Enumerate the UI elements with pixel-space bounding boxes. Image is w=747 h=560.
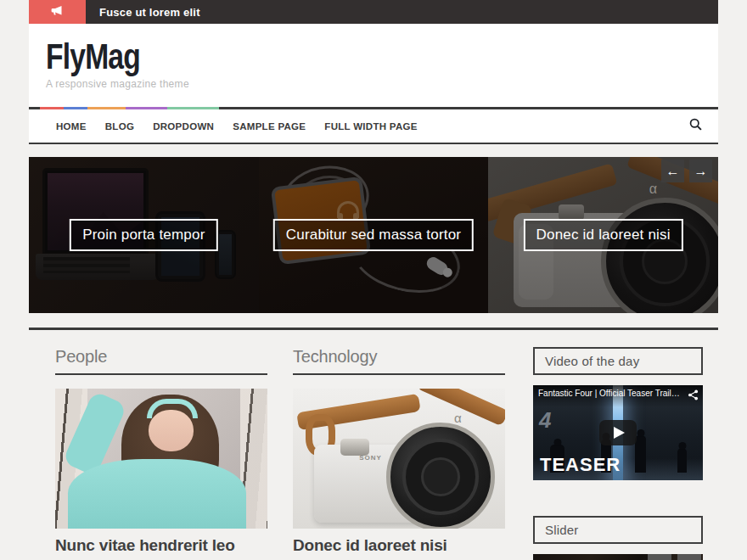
- megaphone-button[interactable]: [29, 0, 86, 24]
- video-overlay-text: TEASER: [540, 454, 621, 476]
- sidebar-slider-prev-button[interactable]: ←: [648, 554, 671, 560]
- front-page-sections: People Nunc vitae hendrerit leo February…: [29, 347, 505, 560]
- camera-lens-illustration: [386, 423, 495, 529]
- alpha-mark: α: [454, 411, 462, 425]
- nav-item-blog[interactable]: BLOG: [96, 121, 143, 132]
- site-header: FlyMag A responsive magazine theme: [29, 24, 718, 107]
- earbud-illustration: [424, 255, 450, 277]
- nav-colored-border: [29, 107, 718, 109]
- sidebar-slider-next-button[interactable]: →: [677, 554, 701, 560]
- fantastic-four-logo: 4: [539, 407, 551, 434]
- widget-title-slider: Slider: [533, 516, 703, 544]
- nav-item-dropdown[interactable]: DROPDOWN: [143, 121, 223, 132]
- camera-strap-illustration: [488, 164, 617, 223]
- search-icon: [688, 117, 703, 135]
- youtube-video-embed[interactable]: 4 Fantastic Four | Official Teaser Trail…: [533, 385, 703, 480]
- share-icon[interactable]: [688, 389, 699, 404]
- section-technology: Technology α SONY Donec id laoreet nisi: [293, 347, 505, 560]
- slide-caption[interactable]: Donec id laoreet nisi: [524, 219, 683, 251]
- nav-item-home[interactable]: HOME: [47, 121, 96, 132]
- sidebar-slider-widget[interactable]: ← →: [533, 554, 703, 560]
- page-container: Fusce ut lorem elit FlyMag A responsive …: [29, 0, 718, 560]
- top-bar: Fusce ut lorem elit: [29, 0, 718, 24]
- post-title[interactable]: Donec id laoreet nisi: [293, 536, 505, 555]
- post-thumbnail[interactable]: α SONY: [293, 389, 505, 529]
- sidebar: Video of the day 4 Fantastic Four | Offi…: [533, 347, 703, 560]
- slider-next-button[interactable]: →: [689, 160, 712, 182]
- section-title: Technology: [293, 347, 505, 375]
- alpha-mark: α: [649, 182, 657, 197]
- phone-illustration: [215, 230, 235, 278]
- section-divider: [29, 328, 718, 330]
- section-title: People: [55, 347, 267, 375]
- section-people: People Nunc vitae hendrerit leo February…: [55, 347, 267, 560]
- post-thumbnail[interactable]: [55, 389, 267, 529]
- video-title[interactable]: Fantastic Four | Official Teaser Trailer…: [538, 389, 683, 398]
- main-nav: HOME BLOG DROPDOWN SAMPLE PAGE FULL WIDT…: [29, 107, 718, 144]
- site-tagline: A responsive magazine theme: [46, 78, 718, 90]
- slide-laptop-desk[interactable]: Proin porta tempor: [29, 157, 259, 313]
- featured-slider: Proin porta tempor Curabitur sed massa t…: [29, 157, 718, 313]
- widget-title-video-of-the-day: Video of the day: [533, 347, 703, 375]
- megaphone-icon: [51, 4, 64, 20]
- site-title[interactable]: FlyMag: [46, 37, 584, 76]
- post-title[interactable]: Nunc vitae hendrerit leo: [55, 536, 267, 555]
- search-button[interactable]: [688, 117, 703, 135]
- camera-brand-label: SONY: [359, 454, 382, 462]
- topbar-message: Fusce ut lorem elit: [86, 0, 718, 24]
- slider-prev-button[interactable]: ←: [661, 160, 684, 182]
- slide-caption[interactable]: Curabitur sed massa tortor: [273, 219, 474, 251]
- nav-item-sample-page[interactable]: SAMPLE PAGE: [223, 121, 315, 132]
- camera-lens-illustration: [601, 198, 718, 313]
- slide-phone-earphones[interactable]: Curabitur sed massa tortor: [259, 157, 489, 313]
- nav-item-full-width-page[interactable]: FULL WIDTH PAGE: [315, 121, 426, 132]
- play-button[interactable]: [599, 420, 637, 445]
- headset-icon: [337, 201, 359, 218]
- slide-caption[interactable]: Proin porta tempor: [70, 219, 217, 251]
